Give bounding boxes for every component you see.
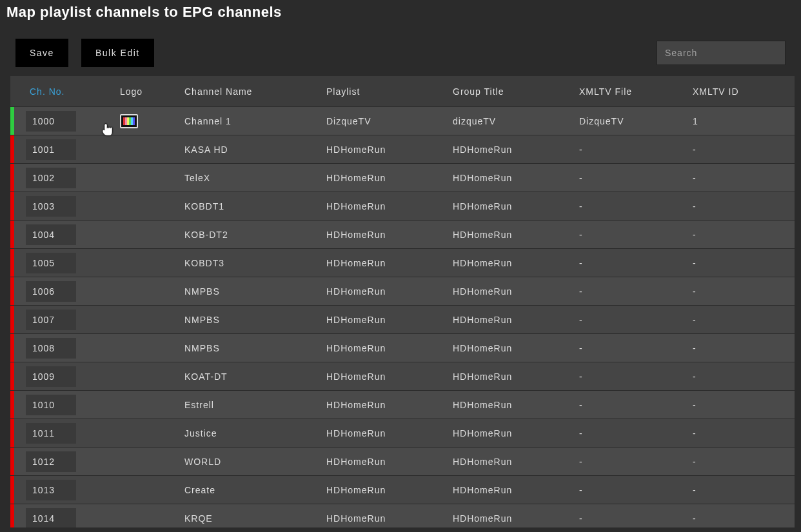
table-row[interactable]: KOBDT3HDHomeRunHDHomeRun-- bbox=[10, 249, 795, 277]
channel-name-cell: KOBDT1 bbox=[182, 201, 324, 212]
playlist-cell: HDHomeRun bbox=[324, 201, 450, 212]
table-row[interactable]: KOB-DT2HDHomeRunHDHomeRun-- bbox=[10, 221, 795, 249]
channel-name-cell: TeleX bbox=[182, 173, 324, 183]
ch-no-input[interactable] bbox=[26, 281, 76, 302]
logo-cell[interactable] bbox=[117, 114, 182, 128]
ch-no-input[interactable] bbox=[26, 111, 76, 132]
save-button[interactable]: Save bbox=[15, 39, 68, 67]
xmltv-id-cell: - bbox=[690, 315, 795, 325]
channel-name-cell: KASA HD bbox=[182, 144, 324, 155]
group-title-cell: HDHomeRun bbox=[450, 343, 577, 353]
playlist-cell: DizqueTV bbox=[324, 116, 450, 126]
table-row[interactable]: CreateHDHomeRunHDHomeRun-- bbox=[10, 476, 795, 504]
group-title-cell: HDHomeRun bbox=[450, 457, 577, 467]
ch-no-input[interactable] bbox=[26, 451, 76, 472]
xmltv-id-cell: - bbox=[690, 144, 795, 155]
group-title-cell: HDHomeRun bbox=[450, 371, 577, 382]
table-row[interactable]: KASA HDHDHomeRunHDHomeRun-- bbox=[10, 135, 795, 164]
table-row[interactable]: NMPBSHDHomeRunHDHomeRun-- bbox=[10, 334, 795, 362]
playlist-cell: HDHomeRun bbox=[324, 173, 450, 183]
table-row[interactable]: NMPBSHDHomeRunHDHomeRun-- bbox=[10, 277, 795, 306]
search-input[interactable] bbox=[657, 41, 786, 65]
ch-no-input[interactable] bbox=[26, 395, 76, 415]
group-title-cell: HDHomeRun bbox=[450, 513, 577, 524]
ch-no-input[interactable] bbox=[26, 168, 76, 188]
table-row[interactable]: KRQEHDHomeRunHDHomeRun-- bbox=[10, 504, 795, 527]
col-ch-no[interactable]: Ch. No. bbox=[14, 86, 117, 97]
channel-table[interactable]: Ch. No. Logo Channel Name Playlist Group… bbox=[10, 76, 795, 527]
xmltv-id-cell: - bbox=[690, 258, 795, 268]
xmltv-id-cell: - bbox=[690, 201, 795, 212]
col-group-title[interactable]: Group Title bbox=[450, 86, 577, 97]
xmltv-id-cell: - bbox=[690, 485, 795, 495]
xmltv-id-cell: 1 bbox=[690, 116, 795, 126]
ch-no-input[interactable] bbox=[26, 366, 76, 387]
xmltv-file-cell: - bbox=[577, 343, 690, 353]
xmltv-id-cell: - bbox=[690, 343, 795, 353]
ch-no-input[interactable] bbox=[26, 310, 76, 330]
ch-no-input[interactable] bbox=[26, 338, 76, 359]
channel-name-cell: WORLD bbox=[182, 457, 324, 467]
channel-name-cell: Justice bbox=[182, 428, 324, 438]
table-row[interactable]: WORLDHDHomeRunHDHomeRun-- bbox=[10, 448, 795, 476]
table-row[interactable]: TeleXHDHomeRunHDHomeRun-- bbox=[10, 164, 795, 192]
bulk-edit-button[interactable]: Bulk Edit bbox=[81, 39, 154, 67]
xmltv-file-cell: - bbox=[577, 513, 690, 524]
channel-name-cell: KOBDT3 bbox=[182, 258, 324, 268]
playlist-cell: HDHomeRun bbox=[324, 258, 450, 268]
playlist-cell: HDHomeRun bbox=[324, 286, 450, 297]
xmltv-id-cell: - bbox=[690, 400, 795, 410]
xmltv-file-cell: - bbox=[577, 400, 690, 410]
ch-no-input[interactable] bbox=[26, 423, 76, 444]
table-row[interactable]: Channel 1DizqueTVdizqueTVDizqueTV1 bbox=[10, 107, 795, 135]
tv-logo-icon bbox=[120, 114, 138, 128]
xmltv-file-cell: - bbox=[577, 258, 690, 268]
channel-name-cell: NMPBS bbox=[182, 286, 324, 297]
group-title-cell: HDHomeRun bbox=[450, 400, 577, 410]
group-title-cell: HDHomeRun bbox=[450, 173, 577, 183]
group-title-cell: HDHomeRun bbox=[450, 230, 577, 240]
xmltv-file-cell: - bbox=[577, 201, 690, 212]
channel-name-cell: Estrell bbox=[182, 400, 324, 410]
xmltv-id-cell: - bbox=[690, 230, 795, 240]
xmltv-file-cell: - bbox=[577, 315, 690, 325]
ch-no-input[interactable] bbox=[26, 480, 76, 500]
channel-name-cell: KRQE bbox=[182, 513, 324, 524]
channel-name-cell: Channel 1 bbox=[182, 116, 324, 126]
xmltv-file-cell: - bbox=[577, 173, 690, 183]
col-channel-name[interactable]: Channel Name bbox=[182, 86, 324, 97]
channel-name-cell: NMPBS bbox=[182, 343, 324, 353]
table-row[interactable]: JusticeHDHomeRunHDHomeRun-- bbox=[10, 419, 795, 448]
ch-no-input[interactable] bbox=[26, 253, 76, 273]
playlist-cell: HDHomeRun bbox=[324, 144, 450, 155]
xmltv-file-cell: - bbox=[577, 230, 690, 240]
ch-no-input[interactable] bbox=[26, 196, 76, 217]
group-title-cell: HDHomeRun bbox=[450, 201, 577, 212]
table-row[interactable]: EstrellHDHomeRunHDHomeRun-- bbox=[10, 391, 795, 419]
playlist-cell: HDHomeRun bbox=[324, 343, 450, 353]
col-xmltv-file[interactable]: XMLTV File bbox=[577, 86, 690, 97]
table-row[interactable]: KOBDT1HDHomeRunHDHomeRun-- bbox=[10, 192, 795, 221]
col-xmltv-id[interactable]: XMLTV ID bbox=[690, 86, 795, 97]
ch-no-input[interactable] bbox=[26, 224, 76, 245]
playlist-cell: HDHomeRun bbox=[324, 400, 450, 410]
group-title-cell: HDHomeRun bbox=[450, 485, 577, 495]
xmltv-id-cell: - bbox=[690, 428, 795, 438]
table-header: Ch. No. Logo Channel Name Playlist Group… bbox=[10, 76, 795, 107]
table-row[interactable]: NMPBSHDHomeRunHDHomeRun-- bbox=[10, 306, 795, 334]
channel-name-cell: KOB-DT2 bbox=[182, 230, 324, 240]
xmltv-id-cell: - bbox=[690, 513, 795, 524]
col-logo[interactable]: Logo bbox=[117, 86, 182, 97]
xmltv-file-cell: - bbox=[577, 371, 690, 382]
xmltv-file-cell: - bbox=[577, 457, 690, 467]
group-title-cell: HDHomeRun bbox=[450, 315, 577, 325]
playlist-cell: HDHomeRun bbox=[324, 428, 450, 438]
xmltv-id-cell: - bbox=[690, 371, 795, 382]
group-title-cell: dizqueTV bbox=[450, 116, 577, 126]
group-title-cell: HDHomeRun bbox=[450, 144, 577, 155]
col-playlist[interactable]: Playlist bbox=[324, 86, 450, 97]
ch-no-input[interactable] bbox=[26, 139, 76, 160]
table-row[interactable]: KOAT-DTHDHomeRunHDHomeRun-- bbox=[10, 362, 795, 391]
ch-no-input[interactable] bbox=[26, 508, 76, 528]
xmltv-file-cell: - bbox=[577, 485, 690, 495]
